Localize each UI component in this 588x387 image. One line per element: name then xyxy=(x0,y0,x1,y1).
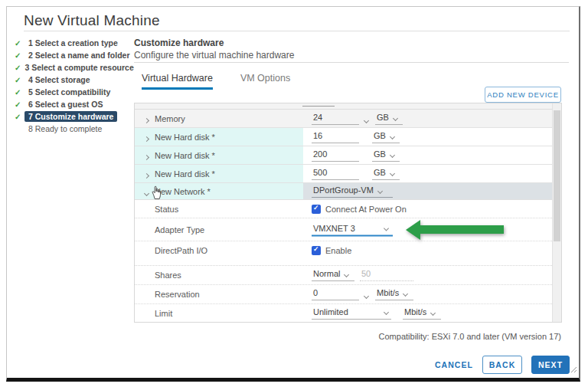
wizard-step-1[interactable]: ✓1 Select a creation type xyxy=(15,37,136,49)
new-vm-dialog: New Virtual Machine ✓1 Select a creation… xyxy=(6,6,580,382)
disk2-unit-select[interactable]: GB xyxy=(372,149,400,162)
row-label: Shares xyxy=(155,271,181,280)
scrollbar-track[interactable] xyxy=(552,103,561,322)
reservation-unit-select[interactable]: Mbit/s xyxy=(375,288,413,300)
row-label: New Network * xyxy=(155,187,211,196)
shares-amount-input: 50 xyxy=(360,269,413,281)
back-button[interactable]: BACK xyxy=(482,356,522,374)
adapter-type-select[interactable]: VMXNET 3 xyxy=(312,223,393,236)
chevron-down-icon[interactable] xyxy=(364,294,369,299)
scrollbar-thumb[interactable] xyxy=(554,110,560,241)
compatibility-text: Compatibility: ESXi 7.0 and later (VM ve… xyxy=(379,332,561,341)
truncated-underline xyxy=(302,106,335,107)
row-label: Memory xyxy=(155,114,185,123)
wizard-steps: ✓1 Select a creation type ✓2 Select a na… xyxy=(15,37,136,135)
row-label: Reservation xyxy=(155,290,200,299)
row-label: DirectPath I/O xyxy=(155,246,207,255)
shares-level-select[interactable]: Normal xyxy=(312,269,354,281)
wizard-step-6[interactable]: ✓6 Select a guest OS xyxy=(15,98,136,110)
chevron-down-icon xyxy=(403,291,408,297)
tab-bar: Virtual Hardware VM Options xyxy=(142,73,290,90)
table-row-adapter-type: Adapter Type VMXNET 3 xyxy=(135,218,552,241)
disk3-unit-select[interactable]: GB xyxy=(372,168,400,180)
table-row-memory: Memory 24 GB xyxy=(135,109,552,127)
row-label: Status xyxy=(155,205,178,214)
tab-virtual-hardware[interactable]: Virtual Hardware xyxy=(142,73,213,90)
table-row-reservation: Reservation 0 Mbit/s xyxy=(135,284,552,303)
row-label: New Hard disk * xyxy=(155,133,215,142)
table-row-directpath: DirectPath I/O Enable xyxy=(135,241,552,259)
enable-checkbox[interactable] xyxy=(312,246,321,255)
resize-handle-icon[interactable] xyxy=(570,362,577,376)
add-new-device-button[interactable]: ADD NEW DEVICE xyxy=(485,87,561,103)
limit-input[interactable]: Unlimited xyxy=(312,307,391,320)
check-icon: ✓ xyxy=(15,100,24,109)
chevron-down-icon xyxy=(384,309,389,314)
wizard-step-2[interactable]: ✓2 Select a name and folder xyxy=(15,49,136,61)
row-label: New Hard disk * xyxy=(155,151,215,160)
table-row-shares: Shares Normal 50 xyxy=(135,265,552,284)
check-icon: ✓ xyxy=(15,64,21,72)
hardware-table: Memory 24 GB New Hard disk * 16 GB New H… xyxy=(134,103,562,323)
chevron-down-icon xyxy=(344,272,349,277)
table-row-new-network: New Network * DPortGroup-VM xyxy=(135,182,552,199)
check-icon: ✓ xyxy=(15,113,24,121)
limit-unit-select[interactable]: Mbit/s xyxy=(403,307,441,320)
connect-at-power-on-checkbox[interactable] xyxy=(312,205,321,214)
check-icon: ✓ xyxy=(15,88,24,97)
chevron-down-icon xyxy=(390,170,395,175)
tab-vm-options[interactable]: VM Options xyxy=(240,73,290,90)
checkbox-label: Connect At Power On xyxy=(325,205,407,214)
dialog-header: New Virtual Machine xyxy=(24,7,570,31)
chevron-down-icon xyxy=(377,188,383,193)
chevron-down-icon xyxy=(430,310,436,315)
table-row-limit: Limit Unlimited Mbit/s xyxy=(135,303,552,322)
table-row-partial xyxy=(135,103,552,109)
network-select[interactable]: DPortGroup-VM xyxy=(312,185,393,198)
pane-subheading: Configure the virtual machine hardware xyxy=(134,50,294,61)
check-icon: ✓ xyxy=(15,76,24,84)
table-row-status: Status Connect At Power On xyxy=(135,199,552,218)
table-row-hard-disk-1: New Hard disk * 16 GB xyxy=(135,127,552,146)
page-title: New Virtual Machine xyxy=(24,7,570,29)
chevron-right-icon[interactable] xyxy=(144,117,149,123)
disk1-unit-select[interactable]: GB xyxy=(372,131,400,143)
wizard-step-7[interactable]: ✓7 Customize hardware xyxy=(15,110,136,123)
table-row-hard-disk-2: New Hard disk * 200 GB xyxy=(135,146,552,164)
divider xyxy=(134,62,569,63)
reservation-input[interactable]: 0 xyxy=(312,288,359,300)
check-icon: ✓ xyxy=(15,51,24,60)
table-row-hard-disk-3: New Hard disk * 500 GB xyxy=(135,164,552,182)
chevron-down-icon xyxy=(384,225,389,231)
memory-size-input[interactable]: 24 xyxy=(312,113,359,125)
cancel-button[interactable]: CANCEL xyxy=(435,356,473,374)
chevron-down-icon xyxy=(390,152,395,157)
checkbox-label: Enable xyxy=(325,246,351,255)
disk2-size-input[interactable]: 200 xyxy=(312,149,359,162)
hand-cursor-icon xyxy=(151,185,162,203)
row-label: Limit xyxy=(155,309,172,318)
next-button[interactable]: NEXT xyxy=(531,356,570,374)
check-icon: ✓ xyxy=(15,39,24,48)
disk3-size-input[interactable]: 500 xyxy=(312,168,359,180)
wizard-step-8[interactable]: 8 Ready to complete xyxy=(15,123,136,135)
annotation-arrow-icon xyxy=(406,220,504,240)
wizard-step-4[interactable]: ✓4 Select storage xyxy=(15,74,136,86)
row-label: New Hard disk * xyxy=(155,169,215,179)
chevron-down-icon xyxy=(393,115,398,120)
wizard-step-3[interactable]: ✓3 Select a compute resource xyxy=(15,61,136,74)
wizard-step-5[interactable]: ✓5 Select compatibility xyxy=(15,86,136,98)
footer-buttons: CANCEL BACK NEXT xyxy=(435,356,570,374)
row-label: Adapter Type xyxy=(155,225,204,234)
disk1-size-input[interactable]: 16 xyxy=(312,131,359,143)
memory-unit-select[interactable]: GB xyxy=(375,113,403,125)
pane-heading: Customize hardware xyxy=(134,38,224,48)
chevron-down-icon xyxy=(390,133,395,139)
chevron-down-icon[interactable] xyxy=(364,117,369,123)
